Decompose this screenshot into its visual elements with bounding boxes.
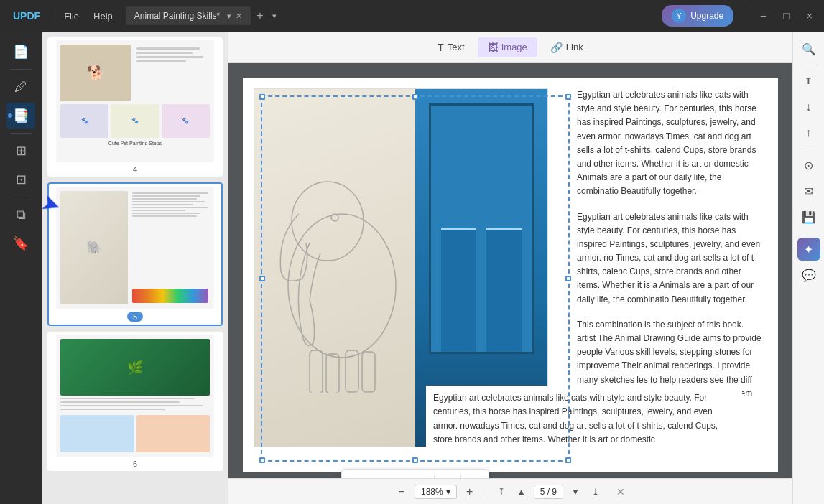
- right-search-button[interactable]: 🔍: [797, 37, 820, 60]
- right-sidebar: 🔍 T ↓ ↑ ⊙ ✉ 💾 ✦ 💬: [792, 32, 824, 504]
- top-bar-right: Y Upgrade − □ ×: [662, 5, 818, 27]
- edit-pages-icon: 📑: [13, 108, 29, 123]
- image-tool-button[interactable]: 🖼 Image: [478, 37, 537, 57]
- zoom-sep: [486, 485, 486, 498]
- extract-tool-button[interactable]: ⊞: [438, 472, 458, 478]
- page-6-thumb-img: 🌿: [56, 335, 214, 457]
- zoom-value: 188%: [421, 487, 443, 497]
- pdf-area: T Text 🖼 Image 🔗 Link: [228, 32, 792, 504]
- text-paragraph-1: Egyptian art celebrates animals like cat…: [577, 88, 764, 199]
- handle-bottom-center[interactable]: [412, 457, 418, 463]
- handle-top-center[interactable]: [412, 94, 418, 100]
- sidebar-item-bookmark[interactable]: 🔖: [6, 230, 35, 256]
- close-nav-button[interactable]: ✕: [614, 485, 628, 499]
- maximize-button[interactable]: □: [777, 10, 795, 22]
- tab-label: Animal Painting Skills*: [134, 11, 220, 21]
- crop-tool-button[interactable]: ⊡: [346, 472, 366, 478]
- right-sep-3: [800, 233, 818, 233]
- sidebar-item-layers[interactable]: ⧉: [6, 202, 35, 228]
- zoom-display: 188% ▾: [415, 485, 457, 499]
- minimize-button[interactable]: −: [754, 10, 772, 22]
- user-avatar: Y: [672, 9, 686, 23]
- nav-next-button[interactable]: ▼: [568, 484, 583, 500]
- para-1-text: Egyptian art celebrates animals like cat…: [577, 90, 756, 196]
- close-button[interactable]: ×: [801, 10, 818, 22]
- active-indicator: [8, 113, 12, 118]
- active-tab[interactable]: Animal Painting Skills* ▾ ✕: [126, 6, 251, 25]
- handle-top-right[interactable]: [565, 94, 571, 100]
- nav-last-button[interactable]: ⤓: [588, 484, 603, 500]
- sidebar-item-document[interactable]: 📄: [6, 39, 35, 65]
- page-4-number: 4: [133, 165, 137, 174]
- tab-close-icon[interactable]: ✕: [236, 11, 242, 21]
- menu-help[interactable]: Help: [86, 8, 120, 24]
- right-export-button[interactable]: ↑: [797, 121, 820, 144]
- sidebar-item-edit[interactable]: 📑: [6, 103, 35, 129]
- sidebar-sep-2: [10, 133, 32, 134]
- sidebar-item-organize[interactable]: ⊞: [6, 138, 35, 164]
- handle-top-left[interactable]: [259, 94, 265, 100]
- page-5-thumb[interactable]: 🐘: [47, 182, 223, 326]
- sidebar-item-compress[interactable]: ⊡: [6, 167, 35, 192]
- image-tool-icon: 🖼: [488, 42, 498, 53]
- replace-tool-button[interactable]: ⇄: [389, 472, 409, 478]
- delete-tool-button[interactable]: 🗑: [464, 472, 484, 478]
- zoom-chevron-icon: ▾: [446, 487, 450, 497]
- text-tool-icon: T: [438, 42, 444, 53]
- page-4-thumb-img: 🐕 🐾 🐾 🐾 C: [56, 40, 214, 162]
- right-ai-button[interactable]: ✦: [797, 238, 820, 261]
- page-5-number: 5: [127, 312, 143, 322]
- page-6-number: 6: [133, 459, 137, 468]
- right-chat-button[interactable]: 💬: [797, 263, 820, 286]
- link-tool-icon: 🔗: [550, 42, 563, 53]
- right-ocr-button[interactable]: T: [797, 70, 820, 93]
- app-logo: UPDF: [6, 10, 47, 22]
- new-tab-button[interactable]: +: [251, 9, 269, 22]
- handle-middle-left[interactable]: [259, 276, 265, 281]
- nav-first-button[interactable]: ⤒: [494, 484, 509, 500]
- right-email-button[interactable]: ✉: [797, 179, 820, 202]
- text-tool-button[interactable]: T Text: [427, 37, 474, 57]
- toolbar-sep: [434, 475, 435, 478]
- tab-chevron-icon[interactable]: ▾: [227, 11, 231, 21]
- rotate-tool-button[interactable]: ↻: [411, 472, 431, 478]
- image-toolbar: ⊡ ⤡ ⇄ ↻ ⊞ 🗑: [341, 469, 489, 478]
- tabs-chevron-icon[interactable]: ▾: [272, 11, 277, 21]
- link-tool-label: Link: [566, 42, 583, 52]
- handle-bottom-right[interactable]: [565, 457, 571, 463]
- bottom-bar: − 188% ▾ + ⤒ ▲ 5 / 9 ▼ ⤓ ✕: [228, 478, 792, 504]
- resize-tool-button[interactable]: ⤡: [368, 472, 388, 478]
- page-4-title: Cute Pet Painting Steps: [60, 141, 210, 146]
- right-convert-button[interactable]: ↓: [797, 95, 820, 118]
- zoom-in-button[interactable]: +: [461, 483, 478, 500]
- link-tool-button[interactable]: 🔗 Link: [540, 37, 593, 57]
- image-selection-box[interactable]: ⊡ ⤡ ⇄ ↻ ⊞ 🗑: [261, 95, 570, 462]
- main-area: 📄 🖊 📑 ⊞ ⊡ ⧉ 🔖 🐕: [0, 32, 824, 504]
- menu-file[interactable]: File: [57, 8, 86, 24]
- text-paragraph-2: Egyptian art celebrates animals like cat…: [577, 210, 764, 307]
- pages-panel: 🐕 🐾 🐾 🐾 C: [42, 32, 228, 504]
- toolbar-sep-2: [460, 475, 461, 478]
- sidebar-item-stamp[interactable]: 🖊: [6, 74, 35, 100]
- page-nav: ⤒ ▲ 5 / 9 ▼ ⤓: [494, 484, 603, 500]
- right-sep-2: [800, 149, 818, 149]
- right-save-button[interactable]: 💾: [797, 205, 820, 228]
- right-share-button[interactable]: ⊙: [797, 154, 820, 177]
- tab-area: Animal Painting Skills* ▾ ✕ + ▾: [126, 6, 662, 25]
- handle-bottom-left[interactable]: [259, 457, 265, 463]
- upgrade-label: Upgrade: [690, 11, 723, 21]
- left-sidebar: 📄 🖊 📑 ⊞ ⊡ ⧉ 🔖: [0, 32, 42, 504]
- edit-toolbar: T Text 🖼 Image 🔗 Link: [228, 32, 792, 63]
- page-count-display: 5 / 9: [534, 485, 563, 499]
- handle-middle-right[interactable]: [565, 276, 571, 281]
- page-4-thumb[interactable]: 🐕 🐾 🐾 🐾 C: [47, 37, 223, 177]
- upgrade-button[interactable]: Y Upgrade: [662, 5, 733, 27]
- page-display: 🧍 Dumas: [228, 63, 792, 478]
- win-divider: [744, 9, 744, 23]
- page-5-thumb-img: 🐘: [56, 187, 214, 309]
- right-sep-1: [800, 65, 818, 65]
- nav-prev-button[interactable]: ▲: [514, 484, 529, 500]
- sidebar-sep-3: [10, 197, 32, 197]
- page-6-thumb[interactable]: 🌿 6: [47, 332, 223, 471]
- zoom-out-button[interactable]: −: [393, 483, 410, 500]
